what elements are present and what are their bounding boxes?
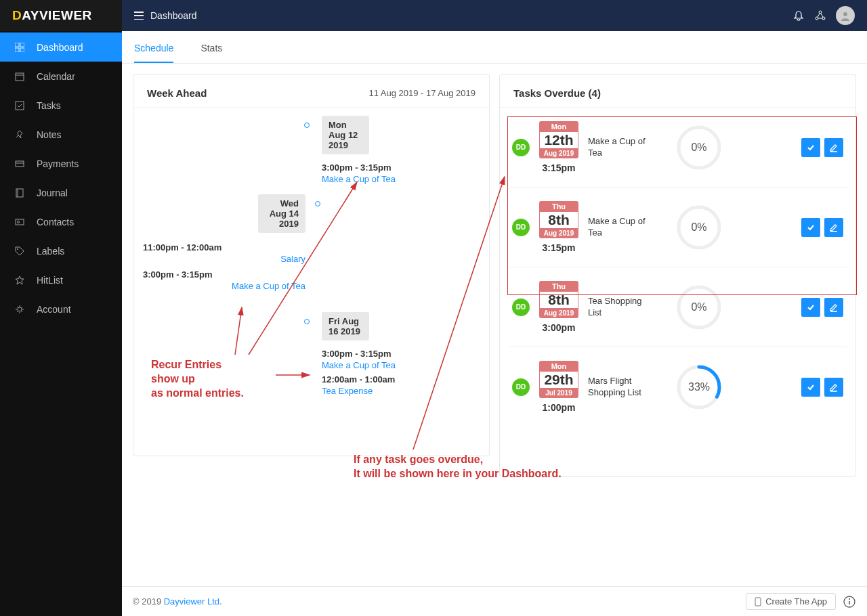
dd-badge: DD	[512, 378, 530, 396]
svg-point-12	[18, 221, 20, 223]
svg-rect-0	[15, 43, 19, 47]
dd-badge: DD	[512, 219, 530, 236]
date-day: Thu	[539, 281, 578, 292]
tab-stats[interactable]: Stats	[200, 36, 222, 63]
progress-label: 0%	[691, 221, 706, 234]
sidebar-item-label: Payments	[37, 158, 79, 169]
edit-button[interactable]	[824, 298, 843, 317]
event-link[interactable]: Make a Cup of Tea	[143, 281, 319, 291]
sidebar: DAYVIEWER Dashboard Calendar Tasks Notes…	[0, 0, 122, 616]
sidebar-item-payments[interactable]: Payments	[0, 149, 122, 178]
sidebar-item-account[interactable]: Account	[0, 294, 122, 324]
sidebar-item-contacts[interactable]: Contacts	[0, 207, 122, 236]
avatar[interactable]	[836, 6, 855, 25]
week-ahead-title: Week Ahead	[147, 87, 207, 99]
bullet-icon	[304, 123, 310, 128]
dd-badge: DD	[512, 139, 530, 156]
dd-badge: DD	[512, 299, 530, 316]
create-app-label: Create The App	[765, 596, 827, 607]
event-link[interactable]: Salary	[143, 254, 319, 264]
event-link[interactable]: Make a Cup of Tea	[322, 360, 396, 370]
bullet-icon	[304, 319, 310, 324]
sidebar-item-calendar[interactable]: Calendar	[0, 62, 122, 91]
sidebar-item-label: Tasks	[37, 100, 61, 111]
task-actions	[801, 378, 843, 397]
book-icon	[15, 188, 24, 198]
progress-circle: 0%	[676, 204, 722, 250]
edit-button[interactable]	[824, 138, 843, 157]
footer-copyright-text: © 2019	[133, 596, 164, 607]
idcard-icon	[15, 217, 24, 227]
sidebar-item-label: Calendar	[37, 71, 75, 82]
sidebar-item-label: Account	[37, 304, 71, 315]
event-group: Fri Aug 16 2019 3:00pm - 3:15pm Make a C…	[315, 312, 396, 396]
bell-icon[interactable]	[792, 9, 805, 22]
svg-rect-7	[16, 161, 24, 167]
sidebar-item-journal[interactable]: Journal	[0, 178, 122, 207]
progress-label: 0%	[691, 301, 706, 313]
date-month: Aug 2019	[539, 228, 578, 238]
create-app-button[interactable]: Create The App	[746, 593, 836, 610]
date-time: 3:15pm	[539, 162, 578, 173]
task-actions	[801, 218, 843, 237]
page-title: Dashboard	[150, 10, 197, 21]
card-header: Tasks Overdue (4)	[500, 75, 855, 108]
sidebar-item-tasks[interactable]: Tasks	[0, 91, 122, 120]
task-title: Make a Cup of Tea	[588, 216, 649, 239]
progress-label: 33%	[688, 381, 710, 393]
complete-button[interactable]	[801, 218, 820, 237]
sidebar-item-dashboard[interactable]: Dashboard	[0, 32, 122, 62]
edit-button[interactable]	[824, 378, 843, 397]
logo[interactable]: DAYVIEWER	[0, 0, 122, 31]
logo-rest: AYVIEWER	[22, 8, 92, 23]
event-time: 11:00pm - 12:00am	[143, 242, 319, 252]
event-time: 3:00pm - 3:15pm	[322, 349, 396, 359]
annotation-recur: Recur Entries show up as normal entries.	[151, 358, 244, 400]
svg-rect-2	[15, 48, 19, 52]
tab-schedule[interactable]: Schedule	[134, 36, 173, 63]
date-num: 29th	[539, 372, 578, 388]
edit-button[interactable]	[824, 218, 843, 237]
nav: Dashboard Calendar Tasks Notes Payments …	[0, 31, 122, 324]
overdue-row: DD Thu 8th Aug 2019 3:00pm Tea Shopping …	[508, 267, 847, 347]
date-day: Thu	[539, 201, 578, 212]
topbar: Dashboard	[122, 0, 867, 31]
event-link[interactable]: Make a Cup of Tea	[322, 174, 396, 184]
tag-icon	[15, 246, 24, 256]
progress-circle: 33%	[676, 364, 722, 410]
complete-button[interactable]	[801, 298, 820, 317]
hamburger-icon[interactable]	[134, 12, 144, 20]
svg-point-17	[822, 17, 825, 20]
sidebar-item-hitlist[interactable]: HitList	[0, 265, 122, 294]
share-icon[interactable]	[814, 9, 826, 22]
date-card: Thu 8th Aug 2019 3:00pm	[539, 281, 578, 333]
date-month: Aug 2019	[539, 308, 578, 318]
date-time: 3:15pm	[539, 242, 578, 253]
date-card: Thu 8th Aug 2019 3:15pm	[539, 201, 578, 253]
event-link[interactable]: Tea Expense	[322, 386, 396, 396]
sidebar-item-labels[interactable]: Labels	[0, 236, 122, 265]
info-icon[interactable]	[843, 595, 856, 609]
overdue-row: DD Mon 12th Aug 2019 3:15pm Make a Cup o…	[508, 108, 847, 188]
svg-rect-6	[16, 102, 24, 110]
date-month: Jul 2019	[539, 388, 578, 398]
date-time: 3:00pm	[539, 322, 578, 333]
footer-link[interactable]: Dayviewer Ltd.	[164, 596, 222, 607]
date-day: Mon	[539, 361, 578, 372]
svg-line-20	[235, 307, 242, 355]
topbar-left: Dashboard	[134, 10, 197, 21]
progress-circle: 0%	[676, 284, 722, 330]
logo-d: D	[12, 8, 22, 23]
complete-button[interactable]	[801, 138, 820, 157]
task-actions	[801, 298, 843, 317]
sidebar-item-notes[interactable]: Notes	[0, 120, 122, 149]
complete-button[interactable]	[801, 378, 820, 397]
star-icon	[15, 276, 24, 285]
event-date: Wed Aug 14 2019	[258, 194, 305, 233]
footer: © 2019 Dayviewer Ltd. Create The App	[122, 586, 867, 616]
event-date: Fri Aug 16 2019	[322, 312, 369, 340]
svg-rect-4	[16, 73, 24, 81]
svg-rect-1	[20, 43, 24, 47]
sidebar-item-label: Contacts	[37, 217, 74, 227]
overdue-row: DD Mon 29th Jul 2019 1:00pm Mars Flight …	[508, 347, 847, 426]
